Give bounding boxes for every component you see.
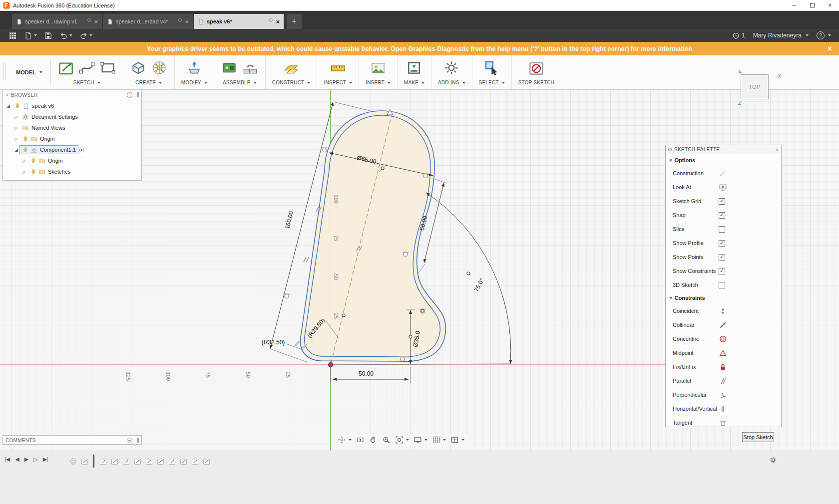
ribbon-group-label[interactable]: CONSTRUCT — [272, 80, 311, 85]
checkbox[interactable] — [719, 226, 725, 233]
tab-close-icon[interactable]: × — [185, 18, 189, 25]
tree-item-speak-v6[interactable]: speak v6 — [3, 100, 141, 111]
tangent-constraint-glyph-icon[interactable] — [284, 294, 290, 298]
step-back-icon[interactable]: ◀ — [15, 456, 18, 463]
parallel-icon[interactable] — [719, 377, 727, 385]
press-pull-button[interactable] — [186, 59, 203, 78]
insert-image-button[interactable] — [370, 59, 387, 78]
collapse-panel-icon[interactable]: « — [5, 92, 8, 98]
sketch-point[interactable] — [342, 314, 345, 317]
viewports-button[interactable] — [449, 435, 465, 445]
warning-close-icon[interactable]: × — [828, 44, 832, 53]
help-button[interactable]: ? — [817, 31, 831, 39]
ribbon-group-label[interactable]: ADD-INS — [438, 80, 465, 85]
pcb-button[interactable] — [221, 59, 238, 78]
new-tab-button[interactable]: + — [287, 14, 302, 29]
file-button[interactable] — [20, 29, 40, 42]
expander-icon[interactable] — [13, 126, 19, 130]
tree-item-origin[interactable]: Origin — [3, 133, 141, 144]
sketch-point[interactable] — [467, 272, 470, 275]
sketch-feature-icon[interactable] — [80, 457, 89, 466]
panel-drag-handle[interactable] — [137, 92, 139, 97]
ribbon-group-label[interactable]: ASSEMBLE — [223, 80, 257, 85]
palette-option-show-constraints[interactable]: Show Constraints✓ — [666, 264, 781, 278]
display-settings-button[interactable] — [413, 435, 428, 445]
timeline-position-marker[interactable] — [93, 455, 94, 468]
play-icon[interactable]: ▶ — [24, 456, 28, 463]
sketch-feature-icon[interactable] — [202, 457, 211, 466]
sketch-feature-icon[interactable] — [156, 457, 165, 466]
zoom-button[interactable] — [381, 435, 392, 445]
workspace-selector[interactable]: MODEL — [8, 55, 50, 89]
undo-button[interactable] — [56, 29, 76, 42]
tree-item-component1-1[interactable]: Component1:1 — [3, 144, 141, 155]
sketch-feature-icon[interactable] — [99, 457, 107, 466]
sketch-feature-icon[interactable] — [133, 457, 142, 466]
sketch-feature-icon[interactable] — [168, 457, 176, 466]
horizontal-vertical-icon[interactable] — [719, 405, 727, 413]
grid-settings-button[interactable] — [431, 435, 447, 445]
construction-line-icon[interactable] — [719, 169, 727, 178]
palette-option-show-points[interactable]: Show Points✓ — [666, 250, 781, 264]
stop-sketch-button[interactable] — [528, 59, 545, 78]
dim-radius-corner-label[interactable]: (R32.50) — [262, 339, 285, 346]
checkbox[interactable]: ✓ — [719, 212, 725, 219]
lock-icon[interactable] — [719, 363, 727, 371]
tangent-icon[interactable] — [719, 419, 727, 427]
toolbar-grip[interactable] — [3, 63, 6, 80]
document-tab[interactable]: speaker d...erdad v4*× — [103, 14, 193, 29]
sphere-feature-icon[interactable] — [69, 457, 77, 466]
maximize-button[interactable] — [803, 0, 821, 11]
tree-item-origin[interactable]: Origin — [3, 155, 141, 166]
save-button[interactable] — [40, 29, 56, 42]
palette-constraint-coincident[interactable]: Coincident — [666, 304, 781, 318]
rectangle-button[interactable] — [99, 59, 116, 78]
panel-drag-handle[interactable] — [137, 438, 139, 443]
tree-item-document-settings[interactable]: Document Settings — [3, 111, 141, 122]
palette-option-show-profile[interactable]: Show Profile✓ — [666, 236, 781, 250]
palette-option-slice[interactable]: Slice — [666, 222, 781, 236]
orbit-button[interactable] — [337, 435, 353, 445]
comments-header[interactable]: COMMENTS — [3, 436, 141, 445]
palette-option-look-at[interactable]: Look At — [666, 180, 781, 194]
sketch-feature-icon[interactable] — [145, 457, 153, 466]
browser-header[interactable]: « BROWSER — [3, 90, 141, 99]
palette-constraint-fix-unfix[interactable]: Fix/UnFix — [666, 360, 781, 374]
palette-constraints-section[interactable]: Constraints — [666, 292, 781, 304]
palette-option-sketch-grid[interactable]: Sketch Grid✓ — [666, 194, 781, 208]
palette-constraint-perpendicular[interactable]: Perpendicular — [666, 388, 781, 402]
ribbon-group-label[interactable]: INSERT — [366, 80, 391, 85]
sketch-feature-icon[interactable] — [179, 457, 188, 466]
ribbon-group-label[interactable]: MODIFY — [181, 80, 207, 85]
checkbox[interactable]: ✓ — [719, 254, 725, 260]
expander-icon[interactable] — [21, 170, 27, 174]
ribbon-group-label[interactable]: STOP SKETCH — [518, 80, 554, 85]
sketch-feature-icon[interactable] — [110, 457, 119, 466]
tab-close-icon[interactable]: × — [94, 18, 98, 25]
ribbon-group-label[interactable]: SELECT — [479, 80, 505, 85]
joint-button[interactable] — [242, 59, 259, 78]
ribbon-group-label[interactable]: CREATE — [135, 80, 162, 85]
user-menu[interactable]: Mary Rivadeneyra — [753, 32, 809, 39]
radio-target-icon[interactable] — [78, 147, 85, 153]
palette-option-construction[interactable]: Construction — [666, 166, 781, 180]
sketch-point[interactable] — [381, 167, 384, 170]
circle-minus-icon[interactable] — [127, 438, 132, 443]
concentric-icon[interactable] — [719, 335, 727, 343]
palette-constraint-parallel[interactable]: Parallel — [666, 374, 781, 388]
look-at-icon[interactable] — [719, 183, 727, 192]
palette-option-3d-sketch[interactable]: 3D Sketch — [666, 278, 781, 292]
step-forward-icon[interactable]: ▷ — [33, 456, 37, 463]
look-at-box-button[interactable] — [355, 435, 366, 445]
tangent-constraint-glyph-icon[interactable] — [322, 148, 328, 152]
circle-minus-icon[interactable] — [127, 92, 132, 98]
fit-button[interactable] — [394, 435, 410, 445]
measure-button[interactable] — [330, 59, 347, 78]
close-button[interactable]: × — [821, 0, 839, 11]
sketch-point[interactable] — [409, 335, 412, 338]
notifications-button[interactable]: 1 — [732, 32, 745, 39]
minimize-button[interactable]: – — [785, 0, 803, 11]
ribbon-group-label[interactable]: SKETCH — [73, 80, 100, 85]
palette-constraint-horizontal-vertical[interactable]: Horizontal/Vertical — [666, 402, 781, 416]
expander-icon[interactable] — [21, 159, 27, 163]
